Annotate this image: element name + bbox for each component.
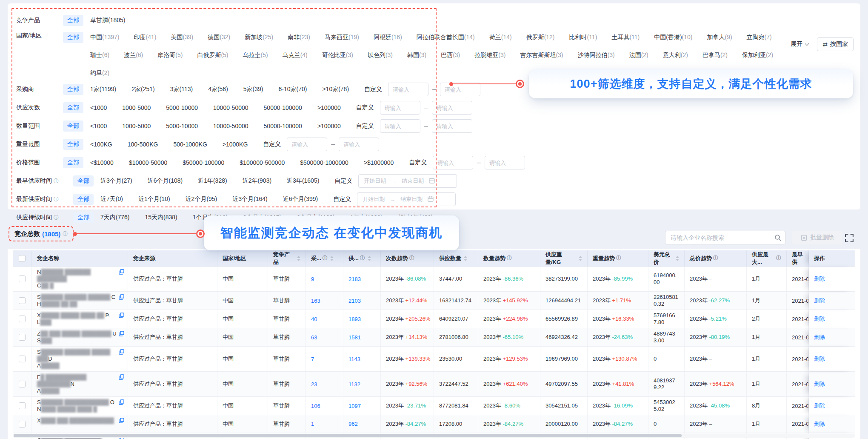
filter-option[interactable]: 意大利(2) <box>663 50 688 60</box>
filter-option[interactable]: 近3年(1605) <box>287 177 319 185</box>
company-search-input[interactable] <box>665 231 785 244</box>
filter-option[interactable]: <1000 <box>90 123 107 129</box>
filter-option[interactable]: $500000-1000000 <box>300 159 348 166</box>
filter-option[interactable]: 2家(251) <box>131 86 154 93</box>
filter-option[interactable]: 4家(56) <box>208 86 228 93</box>
supply-count-link[interactable]: 2183 <box>348 276 361 282</box>
filter-option[interactable]: 加拿大(9) <box>707 32 732 42</box>
supply-count-link[interactable]: 1143 <box>348 356 360 362</box>
column-header-usd[interactable]: 美元总价 <box>648 250 685 267</box>
info-icon[interactable]: ⓘ <box>54 214 59 221</box>
filter-option[interactable]: >100000 <box>317 104 341 111</box>
filter-option[interactable]: 5000-10000 <box>166 123 198 129</box>
filter-max-input[interactable] <box>432 101 472 115</box>
expand-toggle[interactable]: 展开 <box>791 40 808 48</box>
filter-option[interactable]: 中国(香港)(10) <box>654 32 692 42</box>
filter-option[interactable]: >10家(78) <box>322 86 349 93</box>
filter-option[interactable]: 比利时(11) <box>569 32 597 42</box>
filter-custom-label[interactable]: 自定义 <box>334 177 352 185</box>
info-icon[interactable]: ⓘ <box>63 230 68 238</box>
buyer-count-link[interactable]: 23 <box>311 381 317 387</box>
filter-option[interactable]: 近1个月(10) <box>138 195 170 203</box>
filter-option[interactable]: 50000-100000 <box>264 123 302 129</box>
column-header-max[interactable]: 供应最大...ⓘ <box>747 250 787 267</box>
delete-row-link[interactable]: 删除 <box>814 275 825 283</box>
filter-option[interactable]: 草甘膦(1805) <box>90 17 125 24</box>
filter-option[interactable]: 近3个月(164) <box>232 195 267 203</box>
filter-option[interactable]: 100-500KG <box>128 141 158 148</box>
copy-icon[interactable] <box>119 418 124 425</box>
filter-option[interactable]: 德国(32) <box>208 32 230 42</box>
info-icon[interactable]: ⓘ <box>776 255 781 262</box>
date-range-picker[interactable]: 开始日期→结束日期 <box>358 174 457 188</box>
sort-icon[interactable] <box>579 256 582 261</box>
copy-icon[interactable] <box>119 349 124 356</box>
filter-option[interactable]: 韩国(3) <box>407 50 426 60</box>
filter-option[interactable]: 近6个月(108) <box>148 177 183 185</box>
filter-option[interactable]: <$10000 <box>90 159 114 166</box>
copy-icon[interactable] <box>119 313 124 320</box>
column-header-tq[interactable]: 数量趋势ⓘ <box>478 250 540 267</box>
filter-option[interactable]: 5家(39) <box>243 86 263 93</box>
filter-custom-label[interactable]: 自定义 <box>409 159 427 166</box>
filter-option[interactable]: <100KG <box>90 141 112 148</box>
row-checkbox[interactable] <box>19 381 26 387</box>
filter-option[interactable]: 波兰(6) <box>124 50 143 60</box>
filter-option[interactable]: 近7天(0) <box>100 195 123 203</box>
row-checkbox[interactable] <box>19 275 26 282</box>
filter-min-input[interactable] <box>380 101 420 115</box>
filter-option[interactable]: 乌拉圭(5) <box>243 50 268 60</box>
filter-option[interactable]: 近1年(328) <box>198 177 227 185</box>
delete-row-link[interactable]: 删除 <box>814 420 825 428</box>
filter-all-chip[interactable]: 全部 <box>73 175 94 187</box>
column-header-qty[interactable]: 供应数量 <box>434 250 478 267</box>
filter-option[interactable]: 1000-5000 <box>122 104 151 111</box>
filter-option[interactable]: 南非(23) <box>288 32 310 42</box>
filter-option[interactable]: 7天内(776) <box>100 214 129 221</box>
filter-all-chip[interactable]: 全部 <box>63 15 83 26</box>
filter-all-chip[interactable]: 全部 <box>63 32 83 43</box>
filter-option[interactable]: 白俄罗斯(5) <box>197 50 228 60</box>
scrollbar-thumb[interactable] <box>14 434 682 437</box>
filter-option[interactable]: 1家(1199) <box>90 86 116 93</box>
filter-option[interactable]: 摩洛哥(5) <box>157 50 183 60</box>
filter-max-input[interactable] <box>339 138 379 151</box>
filter-option[interactable]: 阿拉伯联合酋长国(14) <box>417 32 475 42</box>
filter-min-input[interactable] <box>388 83 428 96</box>
filter-option[interactable]: 15天内(838) <box>145 214 177 221</box>
info-icon[interactable]: ⓘ <box>507 255 512 262</box>
filter-option[interactable]: 新加坡(25) <box>245 32 273 42</box>
supply-count-link[interactable]: 1581 <box>348 334 361 341</box>
supply-count-link[interactable]: 2103 <box>348 298 361 304</box>
filter-all-chip[interactable]: 全部 <box>73 194 94 205</box>
buyer-count-link[interactable]: 40 <box>311 316 317 322</box>
row-checkbox[interactable] <box>19 402 26 409</box>
filter-option[interactable]: 荷兰(14) <box>489 32 512 42</box>
filter-option[interactable]: <1000 <box>90 104 107 111</box>
filter-option[interactable]: 俄罗斯(12) <box>526 32 555 42</box>
sort-icon[interactable] <box>330 256 334 261</box>
fullscreen-icon[interactable] <box>845 234 854 242</box>
filter-option[interactable]: 吉尔吉斯斯坦(3) <box>520 50 563 60</box>
filter-option[interactable]: $10000-50000 <box>129 159 167 166</box>
copy-icon[interactable] <box>119 399 124 407</box>
filter-option[interactable]: 近2个月(95) <box>186 195 217 203</box>
filter-max-input[interactable] <box>485 156 525 169</box>
filter-option[interactable]: 3家(113) <box>170 86 193 93</box>
filter-option[interactable]: 土耳其(11) <box>611 32 640 42</box>
filter-option[interactable]: 10000-50000 <box>213 123 248 129</box>
filter-custom-label[interactable]: 自定义 <box>356 104 374 112</box>
buyer-count-link[interactable]: 9 <box>311 276 314 282</box>
filter-option[interactable]: 近3个月(27) <box>100 177 132 185</box>
filter-option[interactable]: 近2年(903) <box>243 177 271 185</box>
select-all-checkbox[interactable] <box>19 255 26 262</box>
filter-custom-label[interactable]: 自定义 <box>263 141 281 148</box>
filter-custom-label[interactable]: 自定义 <box>364 86 382 93</box>
filter-option[interactable]: 保加利亚(2) <box>742 50 773 60</box>
filter-option[interactable]: 阿根廷(16) <box>374 32 402 42</box>
copy-icon[interactable] <box>119 294 124 301</box>
filter-option[interactable]: 50000-100000 <box>264 104 302 111</box>
copy-icon[interactable] <box>119 269 124 276</box>
filter-max-input[interactable] <box>440 83 480 96</box>
row-checkbox[interactable] <box>19 297 26 304</box>
